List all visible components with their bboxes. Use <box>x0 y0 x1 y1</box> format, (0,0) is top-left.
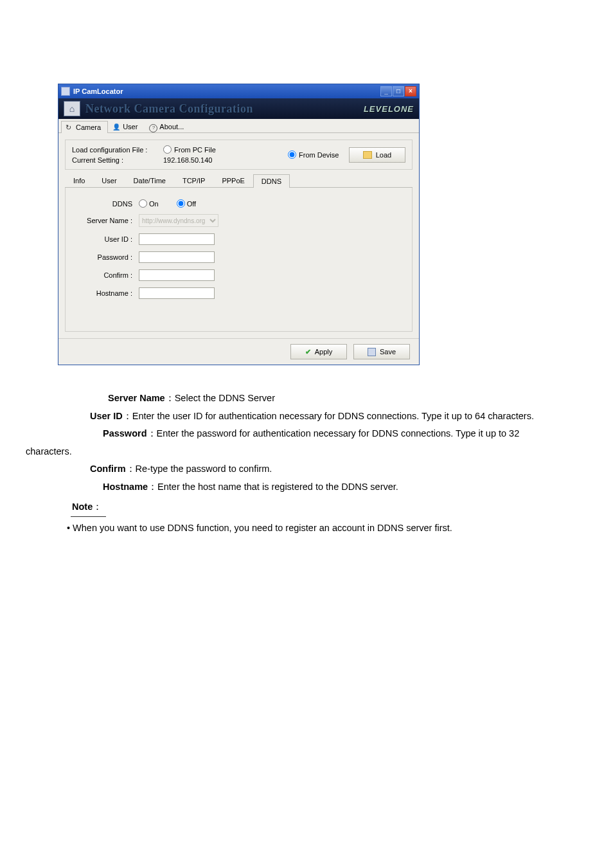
ddns-radio-off-input[interactable] <box>177 199 185 208</box>
ddns-radio-on-input[interactable] <box>139 199 147 208</box>
ddns-radio-off[interactable]: Off <box>177 199 196 208</box>
confirm-label: Confirm : <box>75 271 139 279</box>
server-name-label: Server Name : <box>75 217 139 224</box>
apply-button[interactable]: ✔ Apply <box>290 344 347 359</box>
check-icon: ✔ <box>305 348 311 356</box>
user-id-label: User ID : <box>75 235 139 243</box>
maximize-button[interactable]: □ <box>393 86 404 96</box>
doc-hostname-t: ：Enter the host name that is registered … <box>148 482 398 492</box>
doc-confirm-b: Confirm <box>90 464 126 474</box>
password-label: Password : <box>75 253 139 261</box>
tab-about[interactable]: About... <box>145 120 191 132</box>
ddns-radio-on[interactable]: On <box>139 199 159 208</box>
doc-password-b: Password <box>103 428 147 439</box>
doc-user-id-line: User ID：Enter the user ID for authentica… <box>26 408 587 426</box>
load-area: Load configuration File : Current Settin… <box>65 140 413 170</box>
doc-hostname-b: Hostname <box>103 482 148 492</box>
user-icon <box>112 123 120 131</box>
tab-camera[interactable]: Camera <box>61 121 108 133</box>
doc-note-item: • When you want to use DDNS function, yo… <box>26 520 587 538</box>
disk-icon <box>368 348 376 356</box>
radio-from-pc-label: From PC File <box>174 146 216 154</box>
current-ip-value: 192.168.50.140 <box>163 156 260 164</box>
ddns-on-label: On <box>149 200 159 208</box>
window-title: IP CamLocator <box>73 87 123 95</box>
radio-from-pc-input[interactable] <box>163 145 172 154</box>
ddns-off-label: Off <box>187 200 196 208</box>
brand-logo-icon: ⌂ <box>64 101 80 116</box>
doc-user-id-t: ：Enter the user ID for authentication ne… <box>123 411 534 421</box>
refresh-icon <box>66 123 73 131</box>
subtab-datetime[interactable]: Date/Time <box>125 174 174 187</box>
app-icon <box>61 87 70 96</box>
app-window: IP CamLocator _ □ × ⌂ Network Camera Con… <box>58 84 420 365</box>
subtab-tcpip[interactable]: TCP/IP <box>174 174 213 187</box>
doc-server-name-t: ：Select the DDNS Server <box>165 393 275 403</box>
action-bar: ✔ Apply Save <box>58 338 419 365</box>
main-tabs: Camera User About... <box>58 119 419 133</box>
radio-from-pc[interactable]: From PC File <box>163 145 260 154</box>
radio-from-device-input[interactable] <box>288 150 296 159</box>
tab-camera-label: Camera <box>76 123 101 131</box>
radio-from-device[interactable]: From Devise <box>288 150 339 159</box>
subtab-info[interactable]: Info <box>65 174 93 187</box>
doc-password-t: ：Enter the password for authentication n… <box>147 428 520 439</box>
close-button[interactable]: × <box>405 86 416 96</box>
subtab-pppoe[interactable]: PPPoE <box>213 174 253 187</box>
apply-button-label: Apply <box>315 348 333 356</box>
banner-title: Network Camera Configuration <box>85 102 253 116</box>
save-button-label: Save <box>380 348 396 356</box>
current-setting-label: Current Setting : <box>72 156 154 164</box>
doc-note-line: Note： <box>26 496 587 520</box>
banner: ⌂ Network Camera Configuration LEVELONE <box>58 98 419 119</box>
doc-confirm-line: Confirm：Re-type the password to confirm. <box>26 460 587 478</box>
doc-note-b: Note <box>72 502 93 512</box>
load-file-label: Load configuration File : <box>72 146 154 154</box>
minimize-button[interactable]: _ <box>380 86 392 96</box>
load-button[interactable]: Load <box>349 147 405 163</box>
window-controls: _ □ × <box>380 86 416 96</box>
tab-user[interactable]: User <box>108 120 145 132</box>
server-name-select[interactable]: http://www.dyndns.org <box>139 214 218 227</box>
about-icon <box>149 123 157 131</box>
sub-tabs: Info User Date/Time TCP/IP PPPoE DDNS <box>65 174 413 188</box>
doc-user-id-b: User ID <box>90 411 123 421</box>
doc-password-line: Password：Enter the password for authenti… <box>26 425 587 443</box>
tab-user-label: User <box>123 123 138 131</box>
doc-confirm-t: ：Re-type the password to confirm. <box>126 464 272 474</box>
ddns-label: DDNS <box>75 200 139 208</box>
hostname-input[interactable] <box>139 287 215 299</box>
confirm-input[interactable] <box>139 269 215 281</box>
folder-icon <box>363 151 372 159</box>
password-input[interactable] <box>139 251 215 263</box>
brand-name: LEVELONE <box>364 104 414 114</box>
radio-from-device-label: From Devise <box>299 151 339 159</box>
ddns-panel: DDNS On Off Server Name : http://www.dyn… <box>65 188 413 332</box>
doc-server-name-line: Server Name：Select the DDNS Server <box>26 390 587 408</box>
subtab-ddns[interactable]: DDNS <box>253 174 290 188</box>
doc-note-colon: ： <box>93 502 102 512</box>
doc-server-name-b: Server Name <box>108 393 165 403</box>
hostname-label: Hostname : <box>75 289 139 297</box>
doc-hostname-line: Hostname：Enter the host name that is reg… <box>26 478 587 496</box>
document-text: Server Name：Select the DDNS Server User … <box>26 390 587 537</box>
window-titlebar: IP CamLocator _ □ × <box>58 84 419 98</box>
tab-about-label: About... <box>159 123 184 131</box>
user-id-input[interactable] <box>139 233 215 245</box>
subtab-user[interactable]: User <box>93 174 125 187</box>
save-button[interactable]: Save <box>353 344 410 359</box>
load-button-label: Load <box>376 151 391 159</box>
doc-password-tail: characters. <box>26 443 587 461</box>
